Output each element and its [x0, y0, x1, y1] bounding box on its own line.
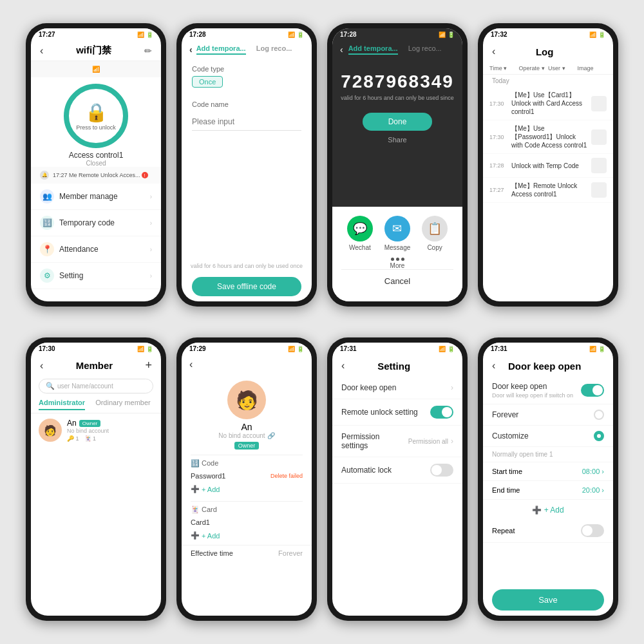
- menu-temp-code[interactable]: 🔢 Temporary code ›: [31, 210, 161, 236]
- setting-label: Setting: [59, 271, 83, 280]
- valid-note: valid for 6 hours and can only be used o…: [182, 260, 312, 272]
- repeat-toggle[interactable]: [581, 524, 604, 537]
- battery-icon-2: 🔋: [297, 32, 304, 38]
- battery-icon-4: 🔋: [598, 32, 605, 38]
- normally-open-label: Normally open time 1: [483, 447, 613, 462]
- wifi-status-icon: 📶: [92, 66, 100, 73]
- screen-1: 17:27 📶 🔋 ‹ wifi门禁 ✏ 📶 🔒 Press to unlock…: [31, 28, 161, 301]
- done-btn[interactable]: Done: [363, 113, 433, 131]
- wechat-label: Wechat: [349, 244, 371, 251]
- setting-icon: ⚙: [40, 269, 54, 283]
- menu-attendance[interactable]: 📍 Attendance ›: [31, 236, 161, 263]
- lock-circle[interactable]: 🔒 Press to unlock: [64, 84, 128, 148]
- phone-7: 17:31 📶 🔋 ‹ Setting Door keep open › Rem…: [327, 337, 468, 621]
- col-operate[interactable]: Operate ▾: [519, 65, 549, 71]
- back-btn-3[interactable]: ‹: [340, 44, 343, 55]
- door-keep-label-col: Door keep open Door will keep open if sw…: [492, 382, 573, 399]
- cancel-btn[interactable]: Cancel: [341, 269, 453, 292]
- add-time-icon: ➕: [532, 506, 544, 515]
- time-4: 17:32: [491, 31, 507, 38]
- log-title: Log: [495, 46, 594, 57]
- forever-row[interactable]: Forever: [483, 404, 613, 426]
- copy-icon: 📋: [422, 216, 448, 242]
- back-icon[interactable]: ‹: [40, 45, 43, 57]
- p3-tab1[interactable]: Add tempora...: [348, 44, 398, 55]
- end-time-row[interactable]: End time 20:00 ›: [483, 481, 613, 500]
- back-btn-6[interactable]: ‹: [189, 359, 193, 370]
- status-bar-5: 17:30 📶 🔋: [31, 343, 161, 355]
- code-name-input[interactable]: [192, 113, 301, 131]
- search-bar[interactable]: 🔍 user Name/account: [39, 379, 153, 393]
- code-name-section: Code name: [182, 94, 312, 137]
- member-tabs: Administrator Ordinary member: [31, 396, 161, 413]
- save-offline-btn[interactable]: Save offline code: [192, 277, 301, 296]
- user-owner-badge: Owner: [234, 442, 260, 450]
- repeat-label: Repeat: [492, 527, 515, 535]
- member-header: ‹ Member +: [31, 355, 161, 376]
- tab-log-reco[interactable]: Log reco...: [256, 44, 292, 55]
- door-keep-open-row: Door keep open Door will keep open if sw…: [483, 377, 613, 404]
- wifi-icon-6: 📶: [288, 346, 295, 352]
- auto-lock-toggle[interactable]: [430, 464, 453, 477]
- add-member-btn[interactable]: +: [145, 359, 152, 372]
- permission-label: Permission settings: [341, 432, 408, 450]
- customize-row[interactable]: Customize: [483, 426, 613, 447]
- menu-setting[interactable]: ⚙ Setting ›: [31, 263, 161, 289]
- door-keep-toggle[interactable]: [581, 384, 604, 397]
- status-icons-8: 📶 🔋: [589, 346, 605, 352]
- save-btn-8[interactable]: Save: [492, 589, 604, 611]
- code-type-section: Code type Once: [182, 59, 312, 94]
- log-time-1: 17:30: [489, 134, 507, 140]
- tab-admin[interactable]: Administrator: [39, 399, 85, 410]
- forever-label: Forever: [492, 410, 594, 419]
- setting-door-open[interactable]: Door keep open ›: [332, 377, 462, 399]
- start-time-row[interactable]: Start time 08:00 ›: [483, 462, 613, 481]
- remote-unlock-toggle[interactable]: [430, 406, 453, 419]
- status-icons-3: 📶 🔋: [439, 32, 455, 38]
- code-valid-note: valid for 6 hours and can only be used s…: [339, 95, 456, 101]
- col-time[interactable]: Time ▾: [489, 65, 519, 71]
- back-btn-2[interactable]: ‹: [189, 44, 193, 55]
- add-code-link[interactable]: ➕ + Add: [191, 482, 303, 496]
- more-share[interactable]: More: [341, 258, 453, 269]
- share-label: Share: [332, 136, 462, 144]
- customize-radio[interactable]: [594, 431, 604, 441]
- add-time-btn[interactable]: ➕ + Add: [483, 500, 613, 519]
- member-row-an[interactable]: 🧑 An Owner No bind account 🔑 1 🃏 1: [31, 413, 161, 447]
- copy-share[interactable]: 📋 Copy: [422, 216, 448, 251]
- press-label: Press to unlock: [76, 124, 116, 131]
- message-share[interactable]: ✉ Message: [384, 216, 411, 251]
- code-type-tag[interactable]: Once: [192, 76, 223, 88]
- owner-badge-an: Owner: [79, 420, 101, 427]
- log-img-2: [591, 158, 607, 173]
- add-card-link[interactable]: ➕ + Add: [191, 529, 303, 542]
- no-bind-an: No bind account: [67, 428, 153, 434]
- log-today: Today: [483, 75, 613, 87]
- chevron-temp: ›: [150, 220, 152, 227]
- setting-permission[interactable]: Permission settings Permission all ›: [332, 426, 462, 457]
- edit-icon[interactable]: ✏: [144, 46, 152, 56]
- member-name-row: An Owner: [67, 419, 153, 428]
- user-detail-header: ‹: [182, 355, 312, 374]
- status-bar-6: 17:29 📶 🔋: [182, 343, 312, 355]
- battery-icon-6: 🔋: [297, 346, 304, 352]
- wechat-share[interactable]: 💬 Wechat: [347, 216, 373, 251]
- col-user[interactable]: User ▾: [548, 65, 578, 71]
- code-number: 7287968349: [339, 71, 456, 92]
- p3-tab2[interactable]: Log reco...: [408, 44, 442, 55]
- tab-ordinary[interactable]: Ordinary member: [95, 399, 151, 410]
- log-row-3: 17:27 【Me】Remote Unlock Access control1: [483, 178, 613, 203]
- member-counts-an: 🔑 1 🃏 1: [67, 435, 153, 442]
- log-img-3: [591, 182, 607, 198]
- dark-bg: ‹ Add tempora... Log reco... 7287968349 …: [332, 41, 462, 207]
- tab-add-temp[interactable]: Add tempora...: [196, 44, 246, 55]
- menu-member[interactable]: 👥 Member manage ›: [31, 184, 161, 210]
- card-label: 🃏 Card: [191, 501, 303, 516]
- chevron-setting: ›: [150, 272, 152, 279]
- wifi-icon-2: 📶: [288, 32, 295, 38]
- screen-7: 17:31 📶 🔋 ‹ Setting Door keep open › Rem…: [332, 343, 462, 616]
- forever-radio[interactable]: [594, 410, 604, 420]
- notif-icon: 🔔: [40, 171, 49, 180]
- delete-failed: Delete failed: [270, 473, 303, 479]
- avatar-an: 🧑: [39, 419, 62, 442]
